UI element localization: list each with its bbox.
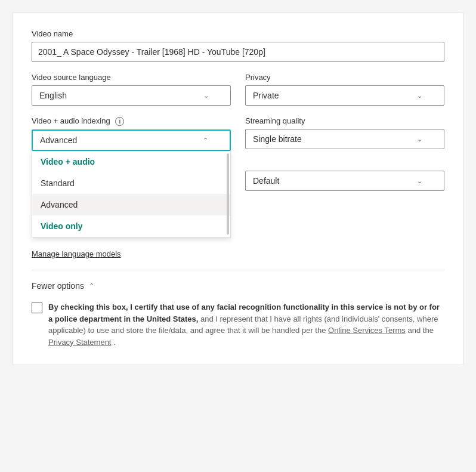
second-dropdown: Default ⌄ — [245, 171, 444, 191]
second-dropdown-selected: Default — [253, 176, 279, 186]
privacy-dropdown-btn[interactable]: Private ⌄ — [245, 85, 444, 106]
video-name-input[interactable] — [32, 42, 444, 62]
indexing-option-advanced[interactable]: Advanced — [32, 194, 230, 215]
certification-area: By checking this box, I certify that use… — [32, 301, 444, 348]
certification-checkbox[interactable] — [32, 303, 42, 313]
indexing-label: Video + audio indexing i — [32, 116, 231, 126]
language-col: Video source language English ⌄ — [32, 73, 231, 106]
indexing-option-video-audio[interactable]: Video + audio — [32, 151, 230, 172]
privacy-chevron-icon: ⌄ — [417, 92, 422, 100]
info-icon[interactable]: i — [115, 117, 124, 126]
language-label: Video source language — [32, 73, 231, 82]
fewer-options-label: Fewer options — [32, 281, 84, 291]
privacy-col: Privacy Private ⌄ — [245, 73, 444, 106]
language-chevron-icon: ⌄ — [203, 92, 209, 100]
indexing-dropdown-menu: Video + audio Standard Advanced Video on… — [32, 151, 231, 237]
indexing-dropdown: Advanced ⌃ Video + audio Standard Advanc… — [32, 129, 231, 237]
streaming-label: Streaming quality — [245, 116, 444, 125]
indexing-col: Video + audio indexing i Advanced ⌃ Vide… — [32, 116, 231, 237]
indexing-label-text: Video + audio indexing — [32, 116, 110, 125]
cert-and: and the — [407, 326, 433, 335]
privacy-dropdown: Private ⌄ — [245, 85, 444, 106]
cert-end: . — [113, 338, 116, 347]
privacy-selected: Private — [253, 91, 279, 100]
indexing-chevron-icon: ⌃ — [203, 137, 208, 144]
video-name-section: Video name — [32, 29, 444, 62]
main-card: Video name Video source language English… — [12, 12, 464, 365]
streaming-chevron-icon: ⌄ — [417, 135, 422, 143]
fewer-options-chevron-icon: ⌃ — [89, 282, 94, 290]
streaming-selected: Single bitrate — [253, 134, 302, 144]
language-dropdown-btn[interactable]: English ⌄ — [32, 85, 231, 106]
row-indexing-streaming: Video + audio indexing i Advanced ⌃ Vide… — [32, 116, 444, 237]
language-dropdown: English ⌄ — [32, 85, 231, 106]
indexing-option-video-only[interactable]: Video only — [32, 215, 230, 237]
manage-language-models-link[interactable]: Manage language models — [32, 249, 121, 258]
language-selected: English — [39, 91, 67, 100]
indexing-dropdown-btn[interactable]: Advanced ⌃ — [32, 129, 231, 151]
streaming-dropdown-btn[interactable]: Single bitrate ⌄ — [245, 129, 444, 149]
video-name-label: Video name — [32, 29, 444, 38]
second-dropdown-btn[interactable]: Default ⌄ — [245, 171, 444, 191]
privacy-statement-link[interactable]: Privacy Statement — [48, 338, 112, 347]
second-dropdown-chevron-icon: ⌄ — [417, 177, 422, 185]
online-services-terms-link[interactable]: Online Services Terms — [328, 326, 406, 335]
divider — [32, 270, 444, 270]
certification-text: By checking this box, I certify that use… — [48, 301, 444, 348]
indexing-selected: Advanced — [40, 135, 77, 145]
streaming-col: Streaming quality Single bitrate ⌄ Defau… — [245, 116, 444, 237]
privacy-label: Privacy — [245, 73, 444, 82]
indexing-option-standard[interactable]: Standard — [32, 172, 230, 194]
fewer-options-toggle[interactable]: Fewer options ⌃ — [32, 281, 444, 291]
streaming-dropdown: Single bitrate ⌄ — [245, 129, 444, 149]
row-language-privacy: Video source language English ⌄ Privacy … — [32, 73, 444, 106]
dropdown-scrollbar — [227, 153, 229, 235]
